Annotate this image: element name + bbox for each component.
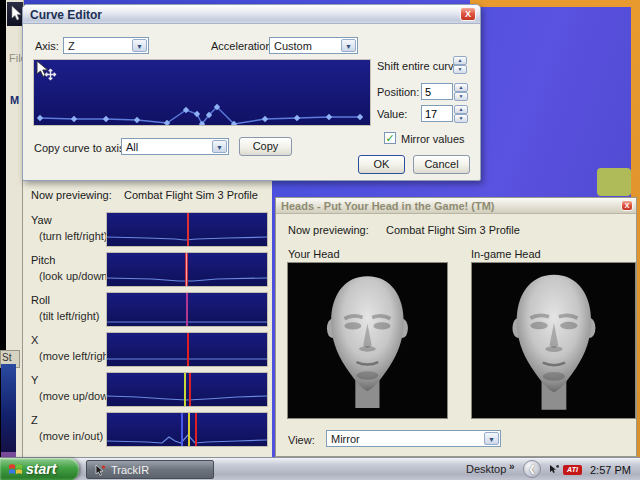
background-text-fragment: M	[10, 94, 19, 106]
background-blue-panel	[1, 364, 16, 452]
spin-up-icon[interactable]: ▲	[453, 56, 467, 65]
taskbar-item-label: TrackIR	[111, 464, 149, 476]
curve-point[interactable]	[194, 111, 200, 117]
spin-down-icon[interactable]: ▼	[454, 114, 468, 123]
view-dropdown[interactable]: Mirror ▼	[326, 430, 501, 447]
axis-desc-yaw: (turn left/right)	[39, 230, 107, 242]
curve-editor-title: Curve Editor	[30, 8, 102, 22]
spin-up-icon[interactable]: ▲	[454, 105, 468, 114]
value-label: Value:	[377, 108, 407, 120]
curve-point[interactable]	[134, 117, 140, 123]
axis-desc-x: (move left/right)	[39, 350, 115, 362]
position-label: Position:	[377, 86, 419, 98]
trackir-icon	[93, 464, 106, 477]
cancel-button[interactable]: Cancel	[413, 155, 470, 174]
cursor-icon	[7, 2, 23, 26]
spin-down-icon[interactable]: ▼	[453, 65, 467, 74]
view-dropdown-value: Mirror	[331, 433, 360, 445]
heads-now-previewing-label: Now previewing:	[288, 224, 369, 236]
axis-preview-strip-yaw	[106, 212, 268, 247]
curve-point[interactable]	[103, 116, 109, 122]
start-button-label: start	[26, 461, 56, 477]
now-previewing-profile: Combat Flight Sim 3 Profile	[124, 189, 258, 201]
background-window-titlebar-fragment	[7, 2, 23, 26]
axis-label-y: Y	[31, 374, 38, 386]
heads-titlebar[interactable]: Heads - Put Your Head in the Game! (TM) …	[276, 198, 636, 214]
windows-flag-icon	[8, 462, 23, 477]
mirror-values-label: Mirror values	[401, 133, 465, 145]
copy-curve-label: Copy curve to axis:	[34, 142, 128, 154]
curve-plot[interactable]	[33, 59, 371, 126]
chevron-down-icon[interactable]: ▼	[132, 39, 147, 52]
taskbar: start TrackIR Desktop » ❮ ATI 2:57 PM	[0, 457, 640, 480]
curve-point[interactable]	[71, 116, 77, 122]
curve-point[interactable]	[262, 116, 268, 122]
axis-preview-strip-pitch	[106, 252, 268, 287]
axis-label-pitch: Pitch	[31, 254, 55, 266]
shift-curve-stepper[interactable]: ▲ ▼	[453, 56, 467, 74]
acceleration-dropdown-value: Custom	[274, 40, 312, 52]
curve-point[interactable]	[357, 114, 363, 120]
curve-editor-titlebar[interactable]: Curve Editor X	[23, 5, 480, 24]
axis-dropdown[interactable]: Z ▼	[63, 37, 149, 54]
clock: 2:57 PM	[590, 464, 631, 476]
spin-up-icon[interactable]: ▲	[454, 83, 468, 92]
wallpaper-orange-top	[470, 0, 640, 7]
head-model-image	[492, 266, 616, 415]
acceleration-label: Acceleration:	[211, 40, 275, 52]
tray-collapse-button[interactable]: ❮	[523, 460, 541, 478]
axis-desc-z: (move in/out)	[39, 430, 103, 442]
move-cursor-icon	[34, 60, 58, 84]
your-head-label: Your Head	[288, 248, 340, 260]
axis-dropdown-value: Z	[68, 40, 75, 52]
value-stepper[interactable]: ▲ ▼	[454, 105, 468, 123]
curve-point[interactable]	[37, 115, 43, 121]
desktop-toolbar-label: Desktop	[466, 463, 506, 475]
copy-axis-dropdown[interactable]: All ▼	[121, 138, 229, 155]
heads-now-previewing-profile: Combat Flight Sim 3 Profile	[386, 224, 520, 236]
spin-down-icon[interactable]: ▼	[454, 92, 468, 101]
chevron-down-icon[interactable]: ▼	[484, 432, 499, 445]
heads-window-title: Heads - Put Your Head in the Game! (TM)	[281, 200, 495, 212]
axis-label-x: X	[31, 334, 38, 346]
value-field[interactable]	[421, 105, 453, 122]
axis-preview-strip-roll	[106, 292, 268, 327]
copy-button[interactable]: Copy	[239, 137, 292, 156]
close-icon[interactable]: X	[460, 7, 476, 21]
toolbar-chevron-icon[interactable]: »	[509, 461, 515, 472]
axis-label-z: Z	[31, 414, 38, 426]
your-head-render	[287, 262, 448, 419]
curve-point[interactable]	[294, 115, 300, 121]
position-field[interactable]	[421, 83, 453, 100]
axis-label: Axis:	[35, 40, 59, 52]
chevron-down-icon[interactable]: ▼	[341, 39, 356, 52]
curve-point[interactable]	[326, 114, 332, 120]
curve-point[interactable]	[164, 120, 170, 125]
ok-button[interactable]: OK	[358, 155, 405, 174]
ati-tray-icon[interactable]: ATI	[563, 465, 582, 475]
curve-editor-dialog: Curve Editor X Axis: Z ▼ Acceleration: C…	[22, 4, 481, 181]
curve-chart[interactable]	[34, 60, 370, 125]
axis-label-roll: Roll	[31, 294, 50, 306]
now-previewing-label: Now previewing:	[31, 189, 112, 201]
trackir-preview-panel: Now previewing: Combat Flight Sim 3 Prof…	[22, 178, 272, 458]
head-model-image	[307, 266, 428, 415]
ingame-head-render	[471, 262, 636, 419]
chevron-down-icon[interactable]: ▼	[212, 140, 227, 153]
axis-desc-pitch: (look up/down)	[39, 270, 111, 282]
heads-close-icon[interactable]: X	[621, 200, 633, 211]
acceleration-dropdown[interactable]: Custom ▼	[269, 37, 358, 54]
screen: File M St Now previewing: Combat Flight …	[0, 0, 640, 480]
start-button[interactable]: start	[0, 458, 79, 480]
position-stepper[interactable]: ▲ ▼	[454, 83, 468, 101]
shift-curve-label: Shift entire curve:	[377, 60, 463, 72]
copy-axis-dropdown-value: All	[126, 141, 138, 153]
trackir-tray-icon[interactable]	[548, 464, 560, 475]
axis-desc-roll: (tilt left/right)	[39, 310, 100, 322]
heads-window: Heads - Put Your Head in the Game! (TM) …	[275, 197, 637, 457]
mirror-values-checkbox[interactable]: ✓	[384, 132, 396, 144]
axis-preview-strip-y	[106, 372, 268, 407]
view-label: View:	[288, 434, 315, 446]
taskbar-item-trackir[interactable]: TrackIR	[86, 460, 214, 479]
wallpaper-green-patch	[597, 168, 631, 196]
